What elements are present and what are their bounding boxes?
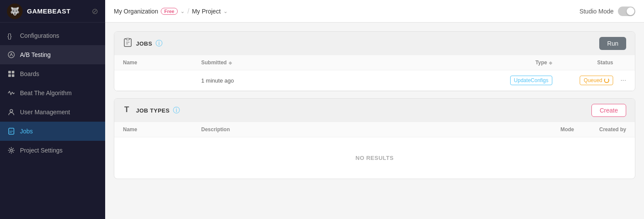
sidebar-item-boards[interactable]: Boards: [0, 64, 105, 83]
beat-algorithm-label: Beat The Algorithm: [20, 90, 72, 96]
job-status: Queued: [552, 76, 613, 85]
jobs-col-status: Status: [552, 60, 613, 66]
jobs-info-icon[interactable]: ⓘ: [156, 39, 163, 48]
main-content: My Organization Free ⌄ / My Project ⌄ St…: [105, 0, 644, 219]
svg-text:🐺: 🐺: [10, 7, 20, 16]
pin-icon[interactable]: ⊘: [92, 7, 98, 16]
breadcrumb: My Organization Free ⌄ / My Project ⌄: [114, 7, 228, 15]
job-types-table-header: Name Description Mode Created by: [114, 122, 635, 137]
jobs-table-header: Name Submitted ◆ Type ◆ Status: [114, 55, 635, 70]
page-content: JOBS ⓘ Run Name Submitted ◆ Type ◆ Statu…: [105, 23, 644, 219]
boards-icon: [7, 70, 16, 78]
project-name: My Project: [192, 8, 221, 15]
job-types-col-name: Name: [123, 126, 201, 133]
project-settings-icon: [7, 146, 16, 155]
sidebar-item-ab-testing[interactable]: A/B Testing: [0, 45, 105, 64]
project-settings-label: Project Settings: [20, 147, 63, 154]
job-type: UpdateConfigs: [483, 76, 552, 85]
org-free-badge: Free: [161, 8, 178, 15]
configurations-icon: {}: [7, 31, 16, 40]
svg-point-8: [10, 110, 13, 112]
job-types-title: JOB TYPES: [136, 107, 169, 114]
svg-rect-4: [8, 71, 11, 73]
studio-mode-toggle[interactable]: [618, 7, 635, 16]
job-types-card: T JOB TYPES ⓘ Create Name Description Mo…: [114, 98, 635, 179]
org-name: My Organization: [114, 8, 158, 15]
no-results: NO RESULTS: [114, 137, 635, 179]
jobs-col-name: Name: [123, 60, 201, 66]
svg-rect-11: [10, 129, 13, 130]
svg-rect-14: [126, 38, 129, 40]
sidebar-nav: {} Configurations A/B Testing Boards: [0, 23, 105, 219]
ab-testing-icon: [7, 50, 16, 59]
jobs-card-header: JOBS ⓘ Run: [114, 32, 635, 55]
job-types-col-created-by: Created by: [574, 126, 626, 133]
sidebar-item-configurations[interactable]: {} Configurations: [0, 26, 105, 45]
type-sort-icon[interactable]: ◆: [549, 60, 552, 65]
boards-label: Boards: [20, 70, 39, 77]
breadcrumb-separator: /: [187, 7, 189, 15]
beat-algorithm-icon: [7, 89, 16, 97]
ab-testing-label: A/B Testing: [20, 51, 51, 58]
jobs-title: JOBS: [136, 40, 152, 47]
job-types-info-icon[interactable]: ⓘ: [173, 106, 180, 115]
jobs-header-action: Run: [599, 37, 626, 50]
job-types-header-action: Create: [591, 104, 626, 117]
topbar-right: Studio Mode: [579, 7, 635, 16]
org-chevron-icon[interactable]: ⌄: [180, 8, 185, 14]
jobs-card: JOBS ⓘ Run Name Submitted ◆ Type ◆ Statu…: [114, 31, 635, 91]
run-button[interactable]: Run: [599, 37, 626, 50]
queued-badge: Queued: [580, 76, 613, 85]
sidebar: 🐺 GAMEBEAST ⊘ {} Configurations A/B Test…: [0, 0, 105, 219]
svg-text:{}: {}: [7, 32, 12, 40]
job-types-col-mode: Mode: [522, 126, 574, 133]
update-configs-badge: UpdateConfigs: [510, 76, 552, 85]
project-chevron-icon[interactable]: ⌄: [223, 8, 228, 14]
user-management-icon: [7, 108, 16, 116]
jobs-header-icon: [123, 38, 133, 50]
svg-point-12: [10, 149, 13, 152]
svg-text:T: T: [124, 105, 129, 114]
app-title: GAMEBEAST: [27, 7, 70, 15]
svg-rect-5: [12, 71, 14, 73]
svg-rect-6: [8, 74, 11, 77]
jobs-table-row: 1 minute ago UpdateConfigs Queued ···: [114, 70, 635, 91]
job-types-header-icon: T: [123, 105, 133, 116]
svg-point-3: [8, 52, 14, 58]
jobs-icon: [7, 127, 16, 136]
job-actions-menu[interactable]: ···: [613, 76, 626, 84]
create-button[interactable]: Create: [591, 104, 626, 117]
sidebar-item-user-management[interactable]: User Management: [0, 103, 105, 122]
svg-rect-7: [12, 74, 14, 77]
queued-label: Queued: [584, 77, 602, 83]
studio-mode-label: Studio Mode: [579, 8, 614, 15]
sidebar-item-beat-algorithm[interactable]: Beat The Algorithm: [0, 83, 105, 103]
sidebar-item-jobs[interactable]: Jobs: [0, 122, 105, 141]
jobs-label: Jobs: [20, 128, 33, 135]
sidebar-item-project-settings[interactable]: Project Settings: [0, 141, 105, 160]
job-types-col-desc: Description: [201, 126, 522, 133]
configurations-label: Configurations: [20, 32, 59, 39]
app-logo: 🐺: [7, 3, 23, 19]
topbar: My Organization Free ⌄ / My Project ⌄ St…: [105, 0, 644, 23]
submitted-sort-icon[interactable]: ◆: [229, 60, 232, 65]
job-submitted: 1 minute ago: [201, 77, 483, 84]
jobs-col-submitted: Submitted ◆: [201, 60, 483, 66]
user-management-label: User Management: [20, 109, 70, 116]
sidebar-header: 🐺 GAMEBEAST ⊘: [0, 0, 105, 23]
queued-spinner: [604, 78, 609, 83]
jobs-col-type: Type ◆: [483, 60, 552, 66]
job-types-card-header: T JOB TYPES ⓘ Create: [114, 99, 635, 122]
